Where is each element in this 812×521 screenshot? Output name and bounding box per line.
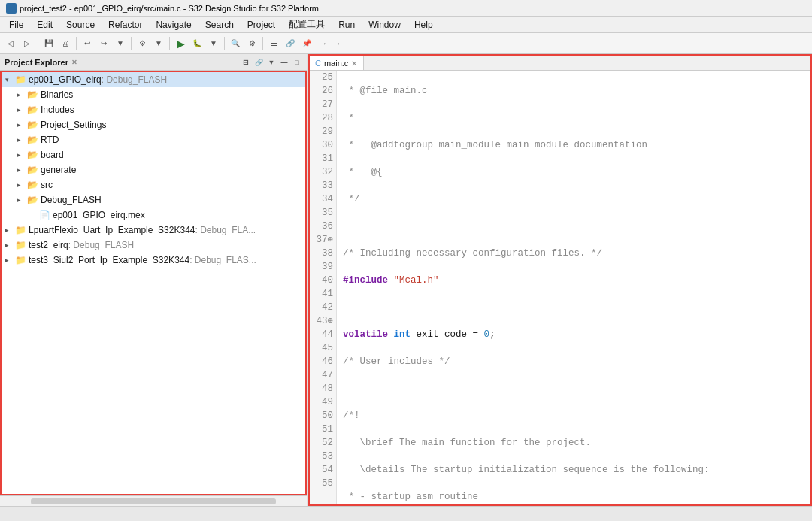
- toolbar-btn-dropdown2[interactable]: ▼: [151, 36, 166, 51]
- tree-item-rtd[interactable]: 📂 RTD: [0, 132, 307, 147]
- menu-source[interactable]: Source: [60, 18, 101, 32]
- toolbar-btn-dropdown3[interactable]: ▼: [206, 36, 221, 51]
- toolbar-btn-settings[interactable]: ⚙: [244, 36, 259, 51]
- line-numbers: 25 26 27 28 29 30 31 32 33 34 35 36 37⊕ …: [308, 71, 337, 506]
- tree-label-debug-flash: Debug_FLASH: [41, 195, 102, 205]
- window-title: project_test2 - ep001_GPIO_eirq/src/main…: [20, 4, 319, 13]
- expand-includes-icon[interactable]: [15, 105, 24, 114]
- project-icon-test2: 📁: [14, 239, 26, 251]
- tree-item-mex[interactable]: 📄 ep001_GPIO_eirq.mex: [0, 207, 307, 223]
- project-tree: 📁 ep001_GPIO_eirq : Debug_FLASH 📂 Binari…: [0, 71, 307, 495]
- expand-debug-flash-icon[interactable]: [15, 195, 24, 204]
- menu-configure[interactable]: 配置工具: [283, 17, 331, 32]
- menu-window[interactable]: Window: [362, 18, 407, 32]
- tree-item-test3[interactable]: 📁 test3_Siul2_Port_Ip_Example_S32K344 : …: [0, 253, 307, 268]
- tree-item-board[interactable]: 📂 board: [0, 147, 307, 162]
- menu-help[interactable]: Help: [408, 18, 439, 32]
- tree-item-src[interactable]: 📂 src: [0, 177, 307, 192]
- menu-file[interactable]: File: [3, 18, 29, 32]
- expand-rtd-icon[interactable]: [15, 135, 24, 144]
- code-line-29: */: [343, 192, 806, 206]
- toolbar-btn-redo[interactable]: ↪: [96, 36, 111, 51]
- tree-item-project-settings[interactable]: 📂 Project_Settings: [0, 117, 307, 132]
- tab-close-main-c[interactable]: ✕: [351, 59, 357, 68]
- app-icon: [6, 3, 17, 14]
- file-icon-mex: 📄: [38, 209, 50, 221]
- line-num-32: 32: [310, 165, 333, 179]
- tree-label-includes: Includes: [41, 105, 74, 115]
- line-num-26: 26: [310, 84, 333, 98]
- folder-icon-includes: 📂: [26, 104, 38, 116]
- line-num-29: 29: [310, 125, 333, 138]
- tree-item-binaries[interactable]: 📂 Binaries: [0, 87, 307, 102]
- menu-edit[interactable]: Edit: [31, 18, 59, 32]
- expand-binaries-icon[interactable]: [15, 90, 24, 99]
- expand-board-icon[interactable]: [15, 150, 24, 159]
- tree-label-ep001: ep001_GPIO_eirq: [29, 74, 102, 85]
- editor-tab-main-c[interactable]: C main.c ✕: [308, 55, 364, 70]
- toolbar-btn-undo[interactable]: ↩: [80, 36, 95, 51]
- tree-item-ep001[interactable]: 📁 ep001_GPIO_eirq : Debug_FLASH: [0, 72, 307, 87]
- line-num-27: 27: [310, 98, 333, 111]
- code-editor[interactable]: 25 26 27 28 29 30 31 32 33 34 35 36 37⊕ …: [308, 71, 812, 506]
- toolbar: ◁ ▷ 💾 🖨 ↩ ↪ ▼ ⚙ ▼ ▶ 🐛 ▼ 🔍 ⚙ ☰ 🔗 📌 → ←: [0, 33, 812, 54]
- code-content[interactable]: * @file main.c * * @addtogroup main_modu…: [337, 71, 812, 506]
- left-panel-scrollbar[interactable]: [0, 495, 307, 506]
- toolbar-btn-build[interactable]: ⚙: [135, 36, 150, 51]
- line-num-36: 36: [310, 220, 333, 233]
- toolbar-btn-link[interactable]: 🔗: [283, 36, 298, 51]
- panel-header-icons: ⊟ 🔗 ▼ — □: [241, 57, 302, 68]
- toolbar-btn-save[interactable]: 💾: [41, 36, 56, 51]
- toolbar-btn-filter[interactable]: ☰: [266, 36, 281, 51]
- tree-item-debug-flash[interactable]: 📂 Debug_FLASH: [0, 192, 307, 207]
- line-num-42: 42: [310, 301, 333, 314]
- menu-project[interactable]: Project: [241, 18, 281, 32]
- tree-item-includes[interactable]: 📂 Includes: [0, 102, 307, 117]
- line-num-51: 51: [310, 423, 333, 436]
- tree-suffix-test3: : Debug_FLAS...: [189, 255, 256, 265]
- tree-item-generate[interactable]: 📂 generate: [0, 162, 307, 177]
- expand-project-settings-icon[interactable]: [15, 120, 24, 129]
- expand-ep001-icon[interactable]: [3, 75, 12, 84]
- left-panel: Project Explorer ✕ ⊟ 🔗 ▼ — □ 📁 ep001_GPI…: [0, 54, 308, 506]
- expand-lpuart-icon[interactable]: [3, 226, 12, 235]
- expand-test3-icon[interactable]: [3, 256, 12, 265]
- tree-label-generate: generate: [41, 165, 76, 175]
- link-with-editor-icon[interactable]: 🔗: [253, 57, 264, 68]
- toolbar-btn-dropdown1[interactable]: ▼: [113, 36, 128, 51]
- toolbar-btn-run[interactable]: ▶: [173, 36, 188, 51]
- line-num-54: 54: [310, 463, 333, 477]
- menu-refactor[interactable]: Refactor: [102, 18, 148, 32]
- line-num-46: 46: [310, 355, 333, 368]
- code-line-25: * @file main.c: [343, 84, 806, 98]
- tab-label-main-c: main.c: [324, 59, 348, 68]
- menu-navigate[interactable]: Navigate: [150, 18, 197, 32]
- menu-search[interactable]: Search: [199, 18, 240, 32]
- menu-bar: File Edit Source Refactor Navigate Searc…: [0, 17, 812, 33]
- editor-tab-bar: C main.c ✕: [308, 54, 812, 71]
- expand-generate-icon[interactable]: [15, 165, 24, 174]
- panel-menu-icon[interactable]: ▼: [266, 57, 277, 68]
- minimize-panel-icon[interactable]: —: [279, 57, 289, 68]
- close-x-icon: ✕: [71, 59, 77, 66]
- expand-src-icon[interactable]: [15, 180, 24, 189]
- toolbar-btn-debug[interactable]: 🐛: [189, 36, 205, 51]
- collapse-all-icon[interactable]: ⊟: [241, 57, 251, 68]
- line-num-39: 39: [310, 260, 333, 274]
- toolbar-btn-pin[interactable]: 📌: [299, 36, 314, 51]
- horizontal-scrollbar-thumb[interactable]: [31, 498, 276, 504]
- tree-suffix-test2: : Debug_FLASH: [68, 240, 134, 250]
- toolbar-btn-next[interactable]: →: [316, 36, 331, 51]
- tree-item-lpuart[interactable]: 📁 LpuartFlexio_Uart_Ip_Example_S32K344 :…: [0, 223, 307, 238]
- menu-run[interactable]: Run: [332, 18, 361, 32]
- tree-item-test2[interactable]: 📁 test2_eirq : Debug_FLASH: [0, 238, 307, 253]
- toolbar-btn-forward[interactable]: ▷: [20, 36, 35, 51]
- expand-test2-icon[interactable]: [3, 241, 12, 250]
- code-line-34: volatile int exit_code = 0;: [343, 328, 806, 341]
- toolbar-btn-back[interactable]: ◁: [3, 36, 18, 51]
- toolbar-btn-prev[interactable]: ←: [332, 36, 347, 51]
- line-num-50: 50: [310, 409, 333, 423]
- maximize-panel-icon[interactable]: □: [292, 57, 302, 68]
- toolbar-btn-print[interactable]: 🖨: [58, 36, 73, 51]
- toolbar-btn-search[interactable]: 🔍: [228, 36, 243, 51]
